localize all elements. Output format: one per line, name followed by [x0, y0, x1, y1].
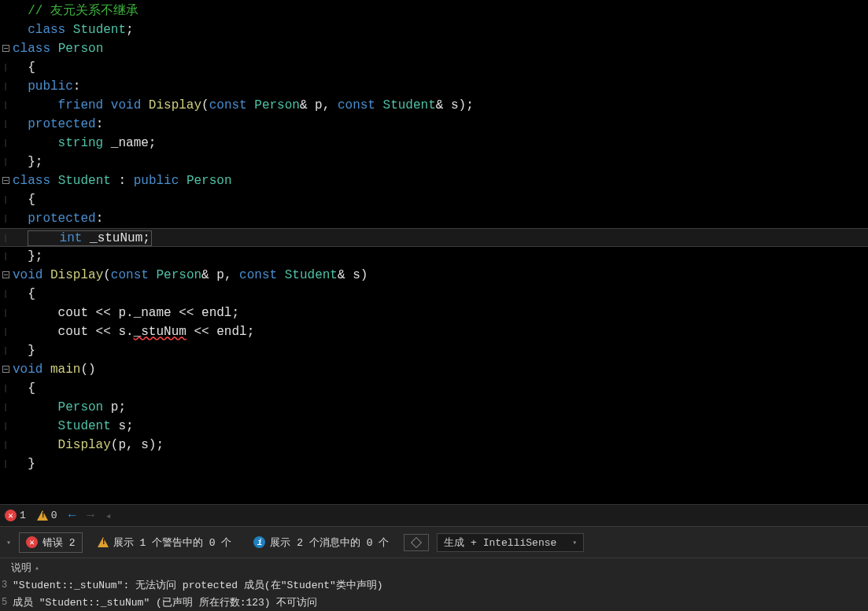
errorlist-toolbar: ▾ ✕ 错误 2 展示 1 个警告中的 0 个 i 展示 2 个消息中的 0 个…: [0, 526, 868, 558]
info-icon: i: [253, 536, 265, 548]
nav-back-icon[interactable]: ←: [68, 509, 76, 523]
build-filter-button[interactable]: [404, 534, 429, 551]
error-list: 3 "Student::_stuNum": 无法访问 protected 成员(…: [0, 576, 868, 611]
filter-messages-button[interactable]: i 展示 2 个消息中的 0 个: [246, 532, 396, 553]
build-source-combo[interactable]: 生成 + IntelliSense ▾: [437, 533, 584, 552]
error-icon: ✕: [26, 536, 38, 548]
fold-icon[interactable]: [2, 366, 9, 373]
build-icon: [411, 537, 422, 548]
warning-icon: [98, 537, 109, 547]
error-token[interactable]: _stuNum: [134, 325, 187, 339]
warning-icon: [37, 510, 48, 521]
fold-icon[interactable]: [2, 271, 9, 278]
errorlist-column-header[interactable]: 说明 ▴: [0, 558, 868, 576]
fold-icon[interactable]: [2, 177, 9, 184]
code-editor[interactable]: // 友元关系不继承 class Student; class Person |…: [0, 0, 868, 504]
fold-icon[interactable]: [2, 45, 9, 52]
current-line[interactable]: | int _stuNum;: [0, 228, 868, 247]
status-bar: ✕ 1 0 ← → ◂: [0, 504, 868, 526]
error-icon: ✕: [5, 510, 17, 521]
filter-warnings-button[interactable]: 展示 1 个警告中的 0 个: [90, 532, 239, 553]
dropdown-icon: ▾: [572, 538, 577, 547]
warning-count[interactable]: 0: [37, 510, 57, 521]
nav-forward-icon[interactable]: →: [87, 509, 94, 523]
code-comment: // 友元关系不继承: [28, 4, 139, 18]
separator: ◂: [105, 510, 112, 522]
sort-asc-icon: ▴: [35, 563, 39, 572]
filter-errors-button[interactable]: ✕ 错误 2: [19, 532, 83, 553]
error-row[interactable]: 3 "Student::_stuNum": 无法访问 protected 成员(…: [0, 576, 868, 594]
dropdown-icon[interactable]: ▾: [6, 538, 11, 547]
error-count[interactable]: ✕ 1: [5, 510, 26, 521]
error-row[interactable]: 5 成员 "Student::_stuNum" (已声明 所在行数:123) 不…: [0, 594, 868, 611]
